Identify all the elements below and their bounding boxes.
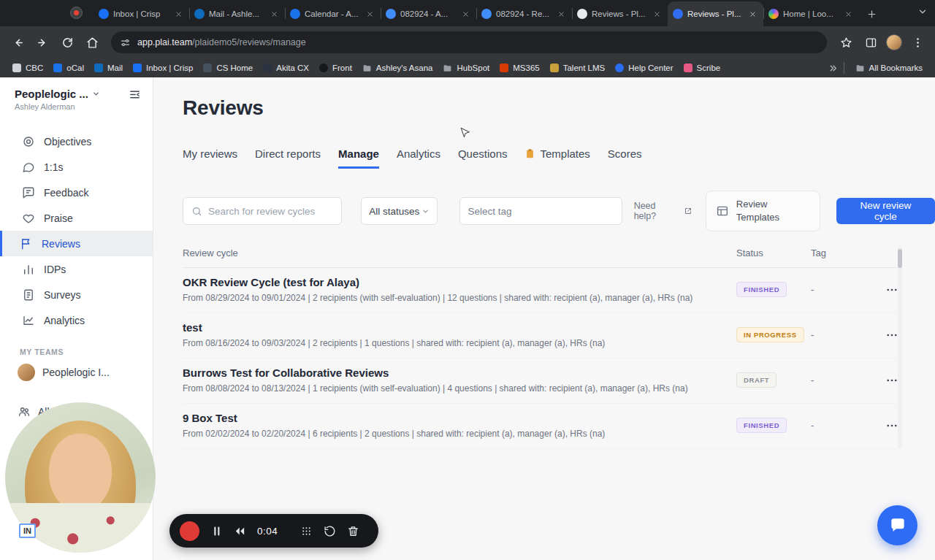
sidebar-collapse-icon[interactable] <box>129 88 141 101</box>
tab-title: Home | Loo... <box>783 9 839 18</box>
review-cycle-cell: OKR Review Cycle (test for Alaya) From 0… <box>183 276 736 303</box>
bookmark[interactable]: Inbox | Crisp <box>128 61 198 74</box>
new-review-cycle-button[interactable]: New review cycle <box>836 198 935 224</box>
status-cell: IN PROGRESS <box>736 327 811 342</box>
all-bookmarks-button[interactable]: All Bookmarks <box>850 61 928 75</box>
side-panel-icon[interactable] <box>859 31 882 54</box>
browser-tab[interactable]: 082924 - A... <box>381 1 476 26</box>
forward-button[interactable] <box>31 31 54 54</box>
tab-close-icon[interactable] <box>556 9 567 20</box>
bookmark-folder[interactable]: HubSpot <box>438 61 495 75</box>
status-filter-select[interactable]: All statuses <box>361 197 438 225</box>
sidebar-item-idps[interactable]: IDPs <box>0 256 153 282</box>
browser-tab[interactable]: Calendar - A... <box>285 1 381 26</box>
bookmark[interactable]: Talent LMS <box>545 61 611 74</box>
bookmark-favicon <box>12 64 21 72</box>
bookmark-favicon <box>615 64 624 72</box>
tab-search-chevron-icon[interactable] <box>917 7 928 17</box>
sidebar-item-objectives[interactable]: Objectives <box>0 129 153 154</box>
tab-close-icon[interactable] <box>269 9 280 20</box>
table-row[interactable]: OKR Review Cycle (test for Alaya) From 0… <box>183 268 897 313</box>
tab-my-reviews[interactable]: My reviews <box>183 147 237 169</box>
table-row[interactable]: test From 08/16/2024 to 09/03/2024 | 2 r… <box>183 313 897 358</box>
folder-icon <box>855 64 865 73</box>
bar-chart-icon <box>22 263 35 276</box>
tab-manage[interactable]: Manage <box>338 147 379 169</box>
tag-filter-select[interactable]: Select tag <box>459 197 622 225</box>
tab-templates[interactable]: Templates <box>524 147 589 169</box>
tab-analytics[interactable]: Analytics <box>397 147 440 169</box>
review-cycle-title[interactable]: OKR Review Cycle (test for Alaya) <box>183 276 736 288</box>
sidebar-item-feedback[interactable]: Feedback <box>0 180 153 205</box>
team-item-peoplelogic[interactable]: Peoplelogic I... <box>0 361 153 384</box>
browser-tab[interactable]: Mail - Ashle... <box>189 1 285 26</box>
bookmarks-overflow-icon[interactable] <box>828 64 838 73</box>
bookmark[interactable]: Front <box>314 61 357 74</box>
sidebar-item-praise[interactable]: Praise <box>0 205 153 231</box>
sidebar-item-analytics[interactable]: Analytics <box>0 307 153 333</box>
tab-direct-reports[interactable]: Direct reports <box>255 147 321 169</box>
review-cycle-title[interactable]: 9 Box Test <box>183 412 736 424</box>
need-help-link[interactable]: Need help? <box>634 201 692 221</box>
address-bar[interactable]: app.plai.team/plaidemo5/reviews/manage <box>111 31 827 53</box>
browser-tab-active[interactable]: Reviews - Pl... <box>668 1 763 26</box>
browser-tab[interactable]: Inbox | Crisp <box>94 1 189 26</box>
delete-recording-icon[interactable] <box>347 525 359 537</box>
tab-label: Direct reports <box>255 147 321 160</box>
search-input[interactable] <box>208 206 333 217</box>
restart-recording-icon[interactable] <box>324 525 336 537</box>
search-box[interactable] <box>183 197 342 225</box>
bookmark[interactable]: Akita CX <box>258 61 314 74</box>
review-cycle-title[interactable]: test <box>183 321 736 334</box>
tab-questions[interactable]: Questions <box>458 147 508 169</box>
tab-close-icon[interactable] <box>460 9 471 20</box>
folder-icon <box>443 64 452 73</box>
drag-handle-icon[interactable] <box>300 525 313 537</box>
site-controls-icon[interactable] <box>120 37 131 48</box>
bookmark[interactable]: Mail <box>89 61 128 74</box>
chat-widget-button[interactable] <box>877 505 917 545</box>
browser-tab[interactable]: Home | Loo... <box>763 1 859 26</box>
tab-close-icon[interactable] <box>173 9 184 20</box>
rewind-icon[interactable] <box>234 525 246 537</box>
menu-kebab-icon[interactable] <box>906 31 929 54</box>
tab-close-icon[interactable] <box>652 9 663 20</box>
sidebar-item-reviews[interactable]: Reviews <box>0 231 153 256</box>
tab-close-icon[interactable] <box>843 9 854 20</box>
profile-avatar[interactable] <box>886 34 902 50</box>
table-row[interactable]: Burrows Test for Collaborative Reviews F… <box>183 358 897 404</box>
review-templates-button[interactable]: Review Templates <box>706 191 820 231</box>
table-scrollbar[interactable] <box>898 248 902 449</box>
browser-tab[interactable]: 082924 - Re... <box>476 1 572 26</box>
workspace-switcher[interactable]: Peoplelogic ... <box>15 88 141 100</box>
bookmark[interactable]: oCal <box>48 61 89 74</box>
new-tab-button[interactable] <box>862 4 881 23</box>
review-cycle-title[interactable]: Burrows Test for Collaborative Reviews <box>183 367 736 379</box>
main-content: Reviews My reviews Direct reports Manage… <box>153 77 935 560</box>
bookmark-star-icon[interactable] <box>834 31 858 54</box>
recording-indicator-icon[interactable] <box>70 7 83 19</box>
pause-icon[interactable] <box>210 525 223 537</box>
sidebar-item-surveys[interactable]: Surveys <box>0 282 153 307</box>
tab-close-icon[interactable] <box>365 9 375 20</box>
browser-tab[interactable]: Reviews - Pl... <box>572 1 668 26</box>
sidebar-item-one-on-ones[interactable]: 1:1s <box>0 154 153 180</box>
bookmark[interactable]: MS365 <box>495 61 544 74</box>
bookmark-folder[interactable]: Ashley's Asana <box>357 61 438 75</box>
table-row[interactable]: 9 Box Test From 02/02/2024 to 02/20/2024… <box>183 404 897 449</box>
back-button[interactable] <box>6 31 29 54</box>
stop-recording-button[interactable] <box>180 521 199 541</box>
bookmark[interactable]: Help Center <box>610 61 678 74</box>
bookmark[interactable]: Scribe <box>679 61 726 74</box>
bookmark[interactable]: CBC <box>7 61 48 74</box>
sidebar-item-label: IDPs <box>44 264 66 275</box>
tab-close-icon[interactable] <box>747 9 758 20</box>
status-badge: FINISHED <box>736 418 787 433</box>
bookmark[interactable]: CS Home <box>198 61 258 74</box>
bookmark-favicon <box>550 64 559 72</box>
tab-scores[interactable]: Scores <box>608 147 642 169</box>
home-button[interactable] <box>80 31 104 54</box>
url-text: app.plai.team/plaidemo5/reviews/manage <box>137 37 306 47</box>
review-cycle-meta: From 08/29/2024 to 09/01/2024 | 2 recipi… <box>183 293 736 303</box>
reload-button[interactable] <box>56 31 79 54</box>
